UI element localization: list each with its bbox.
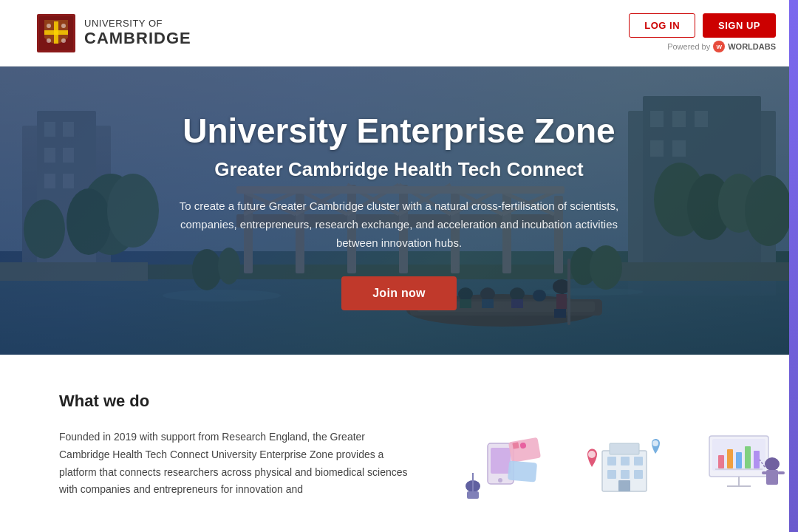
svg-rect-87	[512, 442, 519, 449]
svg-rect-85	[508, 437, 541, 463]
powered-by-label: Powered by W WORLDABS	[667, 41, 776, 52]
header-right: LOG IN SIGN UP Powered by W WORLDABS	[629, 13, 776, 52]
what-we-do-section: What we do Founded in 2019 with support …	[0, 355, 798, 532]
svg-rect-93	[610, 443, 639, 454]
svg-point-6	[47, 38, 51, 43]
what-we-do-title: What we do	[59, 392, 739, 411]
svg-point-101	[588, 451, 596, 458]
hero-section: University Enterprise Zone Greater Cambr…	[0, 66, 798, 355]
svg-rect-107	[736, 452, 742, 468]
powered-by-text: Powered by	[667, 42, 710, 51]
hero-title: University Enterprise Zone	[183, 111, 615, 151]
illustration-location	[576, 429, 672, 502]
hero-content: University Enterprise Zone Greater Cambr…	[0, 66, 798, 355]
hero-subtitle: Greater Cambridge Health Tech Connect	[214, 158, 583, 181]
what-we-do-text: Founded in 2019 with support from Resear…	[59, 429, 414, 499]
svg-rect-109	[754, 451, 760, 468]
cambridge-shield-icon	[37, 14, 75, 52]
worldabs-icon: W	[713, 41, 725, 52]
svg-point-84	[498, 478, 502, 482]
header-buttons: LOG IN SIGN UP	[629, 13, 776, 38]
what-we-do-content: Founded in 2019 with support from Resear…	[59, 429, 739, 502]
signup-button[interactable]: SIGN UP	[703, 13, 776, 38]
logo-text: UNIVERSITY OF CAMBRIDGE	[84, 18, 191, 48]
login-button[interactable]: LOG IN	[629, 13, 695, 38]
svg-rect-3	[44, 30, 68, 35]
svg-rect-97	[607, 470, 616, 479]
what-we-do-illustrations	[458, 429, 791, 502]
svg-rect-114	[777, 471, 785, 474]
logo-cambridge: CAMBRIDGE	[84, 29, 191, 48]
svg-point-102	[652, 440, 658, 446]
logo-university-of: UNIVERSITY OF	[84, 18, 191, 29]
join-now-button[interactable]: Join now	[341, 276, 457, 310]
illustration-analytics	[695, 429, 791, 502]
page-right-accent	[789, 0, 798, 532]
svg-point-4	[47, 24, 51, 28]
svg-rect-96	[634, 457, 643, 466]
svg-rect-106	[727, 449, 733, 468]
svg-rect-86	[508, 460, 537, 482]
header: UNIVERSITY OF CAMBRIDGE LOG IN SIGN UP P…	[0, 0, 798, 66]
hero-description: To create a future Greater Cambridge clu…	[163, 197, 635, 252]
svg-rect-99	[634, 470, 643, 479]
svg-rect-83	[491, 448, 511, 474]
worldabs-logo: WORLDABS	[728, 42, 776, 51]
svg-point-7	[61, 38, 66, 43]
svg-rect-100	[618, 480, 630, 491]
logo-area: UNIVERSITY OF CAMBRIDGE	[37, 14, 191, 52]
illustration-digital	[458, 429, 554, 502]
svg-rect-105	[718, 455, 724, 468]
svg-rect-95	[621, 457, 630, 466]
svg-rect-98	[621, 470, 630, 479]
svg-point-5	[61, 24, 66, 28]
svg-rect-108	[745, 446, 751, 468]
svg-rect-94	[607, 457, 616, 466]
svg-point-111	[765, 457, 780, 471]
svg-rect-113	[762, 471, 769, 474]
svg-rect-90	[467, 491, 479, 499]
